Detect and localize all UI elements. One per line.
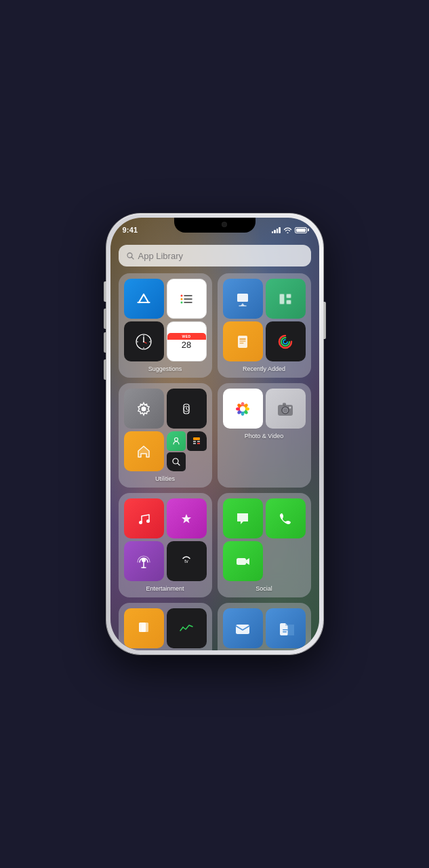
- battery-fill: [296, 229, 306, 232]
- svg-point-5: [181, 301, 183, 303]
- app-icon-messages[interactable]: [223, 498, 263, 538]
- folder-suggestions-apps: WED 28: [124, 279, 207, 361]
- svg-point-61: [139, 521, 142, 524]
- folder-photo-video-label: Photo & Video: [223, 431, 306, 439]
- notch: [174, 218, 256, 233]
- app-icon-settings[interactable]: [124, 389, 164, 429]
- screen-content: App Library: [110, 239, 319, 650]
- app-icon-pages[interactable]: [223, 321, 263, 361]
- svg-text:tv: tv: [184, 559, 188, 564]
- search-placeholder: App Library: [138, 251, 183, 261]
- app-icon-reminders[interactable]: [167, 279, 207, 319]
- folder-entertainment-apps: tv: [124, 498, 207, 581]
- folder-entertainment[interactable]: tv Entertainment: [119, 493, 212, 597]
- app-icon-mini3[interactable]: [167, 431, 207, 471]
- app-icon-app-store[interactable]: [124, 279, 164, 319]
- svg-point-32: [281, 338, 289, 346]
- folder-productivity[interactable]: WED 28: [218, 603, 311, 650]
- svg-rect-73: [236, 625, 249, 634]
- svg-point-58: [283, 408, 288, 412]
- signal-bar-2: [274, 230, 276, 233]
- svg-rect-23: [280, 294, 284, 304]
- wifi-icon: [284, 227, 291, 233]
- app-grid: WED 28 Suggestions: [119, 273, 311, 597]
- svg-rect-59: [283, 403, 286, 406]
- svg-point-0: [127, 253, 132, 258]
- app-icon-placeholder: [266, 541, 306, 581]
- app-icon-appletv[interactable]: tv: [167, 541, 207, 581]
- svg-rect-41: [193, 441, 196, 442]
- folder-social-label: Social: [223, 584, 306, 592]
- app-icon-photos[interactable]: [223, 389, 263, 429]
- battery-icon: [295, 227, 307, 233]
- folder-suggestions[interactable]: WED 28 Suggestions: [119, 273, 212, 378]
- app-icon-numbers[interactable]: [266, 279, 306, 319]
- app-icon-watch[interactable]: [167, 389, 207, 429]
- mini-findmy[interactable]: [167, 431, 186, 451]
- svg-rect-67: [237, 558, 246, 565]
- folder-entertainment-label: Entertainment: [124, 584, 207, 592]
- folder-recently-added[interactable]: Recently Added: [218, 273, 311, 378]
- svg-rect-43: [193, 443, 196, 444]
- folder-reading-apps: [124, 608, 207, 650]
- svg-point-70: [182, 627, 184, 628]
- phone-screen: 9:41: [110, 218, 319, 650]
- svg-rect-75: [283, 631, 287, 633]
- app-icon-music[interactable]: [124, 498, 164, 538]
- svg-point-62: [146, 519, 150, 523]
- folder-social-apps: [223, 498, 306, 581]
- folder-recently-added-apps: [223, 279, 306, 361]
- svg-point-45: [173, 458, 178, 464]
- app-icon-home[interactable]: [124, 431, 164, 471]
- folder-utilities-apps: [124, 389, 207, 471]
- app-icon-phone[interactable]: [266, 498, 306, 538]
- bottom-row: WED 28: [119, 603, 311, 650]
- svg-rect-17: [237, 294, 248, 302]
- app-icon-mail[interactable]: [223, 608, 263, 648]
- svg-rect-44: [197, 443, 200, 444]
- signal-bar-1: [272, 231, 274, 233]
- phone-device: 9:41: [106, 214, 323, 654]
- search-bar[interactable]: App Library: [119, 245, 311, 267]
- svg-rect-40: [193, 437, 200, 440]
- folder-productivity-apps: WED 28: [223, 608, 306, 650]
- folder-photo-video[interactable]: Photo & Video: [218, 383, 311, 488]
- app-icon-fitness[interactable]: [266, 321, 306, 361]
- mini-magnifier[interactable]: [167, 452, 186, 472]
- app-icon-files[interactable]: [266, 608, 306, 648]
- search-icon: [127, 252, 134, 260]
- svg-point-12: [143, 341, 144, 342]
- app-icon-books[interactable]: [124, 608, 164, 648]
- svg-rect-76: [287, 625, 294, 635]
- svg-line-1: [131, 257, 134, 259]
- folder-recently-added-label: Recently Added: [223, 364, 306, 372]
- mini-calculator[interactable]: [187, 431, 207, 451]
- svg-rect-42: [197, 441, 200, 442]
- status-time: 9:41: [123, 226, 138, 234]
- app-icon-keynote[interactable]: [223, 279, 263, 319]
- app-icon-stocks[interactable]: [167, 608, 207, 648]
- signal-bar-4: [279, 227, 281, 233]
- app-icon-podcasts[interactable]: [124, 541, 164, 581]
- svg-rect-26: [238, 336, 247, 348]
- status-icons: [272, 226, 307, 233]
- folder-social[interactable]: Social: [218, 493, 311, 597]
- signal-icon: [272, 226, 281, 233]
- app-icon-facetime[interactable]: [223, 541, 263, 581]
- app-icon-calendar[interactable]: WED 28: [167, 321, 207, 361]
- folder-suggestions-label: Suggestions: [124, 364, 207, 372]
- signal-bar-3: [277, 229, 279, 233]
- svg-point-60: [289, 406, 291, 408]
- mini-empty: [187, 452, 207, 472]
- app-icon-tvplus[interactable]: [167, 498, 207, 538]
- folder-utilities-label: Utilities: [124, 474, 207, 482]
- svg-rect-25: [287, 300, 291, 304]
- svg-point-55: [240, 406, 245, 412]
- svg-line-38: [186, 409, 188, 410]
- svg-rect-69: [142, 623, 148, 632]
- folder-reading[interactable]: [119, 603, 212, 650]
- svg-point-4: [181, 298, 183, 300]
- app-icon-clock[interactable]: [124, 321, 164, 361]
- app-icon-camera[interactable]: [266, 389, 306, 429]
- folder-utilities[interactable]: Utilities: [119, 383, 212, 488]
